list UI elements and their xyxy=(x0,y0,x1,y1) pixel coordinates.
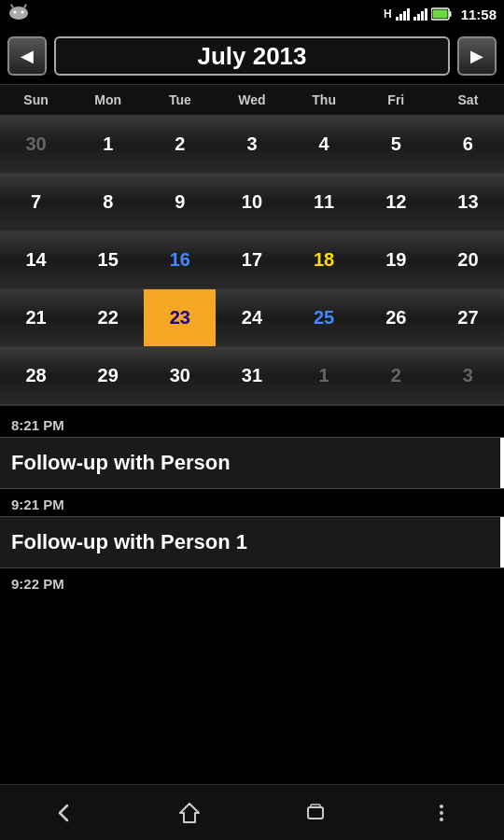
status-icons: H 11:58 xyxy=(384,7,497,22)
calendar-day-5[interactable]: 5 xyxy=(360,116,432,173)
day-header-sat: Sat xyxy=(432,85,504,115)
home-button[interactable] xyxy=(161,794,217,832)
back-icon xyxy=(50,800,77,826)
svg-point-1 xyxy=(14,11,17,14)
bottom-nav xyxy=(0,784,504,840)
day-header-sun: Sun xyxy=(0,85,72,115)
calendar-day-22[interactable]: 22 xyxy=(72,289,144,346)
day-headers: SunMonTueWedThuFriSat xyxy=(0,84,504,116)
svg-rect-9 xyxy=(308,807,323,819)
more-button[interactable] xyxy=(413,794,469,832)
month-title: July 2013 xyxy=(197,42,306,71)
svg-rect-10 xyxy=(311,805,320,807)
calendar-day-2[interactable]: 2 xyxy=(360,347,432,404)
svg-point-12 xyxy=(440,811,443,815)
calendar-day-24[interactable]: 24 xyxy=(216,289,287,346)
app-icon xyxy=(7,4,30,26)
calendar-week-4: 28293031123 xyxy=(0,347,504,405)
more-icon xyxy=(428,800,455,826)
event-time-2: 9:22 PM xyxy=(0,568,504,595)
calendar-day-6[interactable]: 6 xyxy=(432,116,504,173)
prev-month-button[interactable]: ◀ xyxy=(7,36,47,76)
calendar-day-26[interactable]: 26 xyxy=(360,289,432,346)
calendar-day-16[interactable]: 16 xyxy=(144,231,216,288)
signal-h: H xyxy=(384,7,392,21)
day-header-tue: Tue xyxy=(144,85,216,115)
calendar-day-23[interactable]: 23 xyxy=(144,289,216,346)
calendar-day-11[interactable]: 11 xyxy=(288,174,360,231)
data-bars xyxy=(413,7,427,21)
calendar-day-2[interactable]: 2 xyxy=(144,116,216,173)
svg-line-4 xyxy=(24,5,26,7)
signal-bars xyxy=(396,7,410,21)
svg-point-13 xyxy=(440,818,443,821)
event-time-0: 8:21 PM xyxy=(0,410,504,437)
calendar-day-20[interactable]: 20 xyxy=(432,231,504,288)
calendar-day-19[interactable]: 19 xyxy=(360,231,432,288)
calendar-day-7[interactable]: 7 xyxy=(0,174,72,231)
svg-point-0 xyxy=(9,7,28,20)
home-icon xyxy=(176,800,203,826)
calendar-day-1[interactable]: 1 xyxy=(288,347,360,404)
svg-point-2 xyxy=(21,11,24,14)
day-header-mon: Mon xyxy=(72,85,144,115)
calendar-day-18[interactable]: 18 xyxy=(288,231,360,288)
recents-button[interactable] xyxy=(287,794,343,832)
calendar-day-1[interactable]: 1 xyxy=(72,116,144,173)
calendar-week-3: 21222324252627 xyxy=(0,289,504,347)
day-header-fri: Fri xyxy=(360,85,432,115)
event-item-1[interactable]: Follow-up with Person 1 xyxy=(0,516,504,568)
svg-rect-6 xyxy=(449,11,451,17)
calendar-week-0: 30123456 xyxy=(0,116,504,174)
calendar-day-3[interactable]: 3 xyxy=(432,347,504,404)
calendar-grid: 3012345678910111213141516171819202122232… xyxy=(0,116,504,405)
calendar-day-15[interactable]: 15 xyxy=(72,231,144,288)
top-nav: ◀ July 2013 ▶ xyxy=(0,28,504,84)
recents-icon xyxy=(302,800,329,826)
calendar-day-12[interactable]: 12 xyxy=(360,174,432,231)
svg-point-11 xyxy=(440,805,443,808)
calendar-day-31[interactable]: 31 xyxy=(216,347,287,404)
next-month-button[interactable]: ▶ xyxy=(457,36,497,76)
calendar-day-14[interactable]: 14 xyxy=(0,231,72,288)
day-header-thu: Thu xyxy=(288,85,360,115)
calendar-day-28[interactable]: 28 xyxy=(0,347,72,404)
calendar-day-30[interactable]: 30 xyxy=(0,116,72,173)
event-item-0[interactable]: Follow-up with Person xyxy=(0,437,504,489)
calendar-day-4[interactable]: 4 xyxy=(288,116,360,173)
calendar-day-21[interactable]: 21 xyxy=(0,289,72,346)
calendar-week-1: 78910111213 xyxy=(0,174,504,231)
calendar-day-30[interactable]: 30 xyxy=(144,347,216,404)
month-title-box: July 2013 xyxy=(54,36,450,76)
back-button[interactable] xyxy=(35,794,91,832)
calendar-day-17[interactable]: 17 xyxy=(216,231,287,288)
calendar-day-8[interactable]: 8 xyxy=(72,174,144,231)
status-time: 11:58 xyxy=(461,7,497,22)
calendar-day-9[interactable]: 9 xyxy=(144,174,216,231)
calendar-day-25[interactable]: 25 xyxy=(288,289,360,346)
calendar-week-2: 14151617181920 xyxy=(0,231,504,289)
calendar-day-27[interactable]: 27 xyxy=(432,289,504,346)
event-time-1: 9:21 PM xyxy=(0,489,504,516)
events-section: 8:21 PMFollow-up with Person9:21 PMFollo… xyxy=(0,405,504,595)
calendar-day-13[interactable]: 13 xyxy=(432,174,504,231)
status-bar: H 11:58 xyxy=(0,0,504,28)
svg-line-3 xyxy=(11,5,13,7)
svg-rect-7 xyxy=(432,10,447,19)
calendar-day-10[interactable]: 10 xyxy=(216,174,287,231)
battery-icon xyxy=(431,7,452,21)
calendar-day-29[interactable]: 29 xyxy=(72,347,144,404)
calendar-day-3[interactable]: 3 xyxy=(216,116,287,173)
day-header-wed: Wed xyxy=(216,85,287,115)
svg-marker-8 xyxy=(180,804,199,822)
